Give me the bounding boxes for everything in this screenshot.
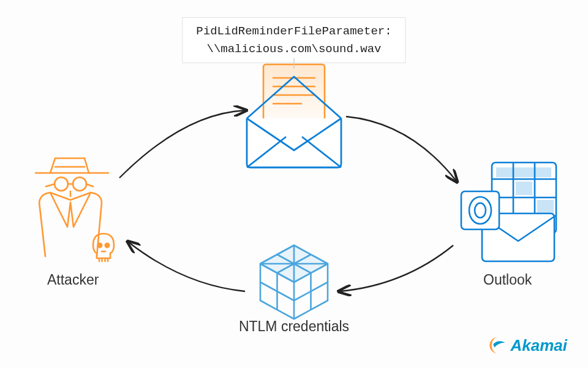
- diagram-canvas: [0, 0, 588, 368]
- ntlm-cube-icon: [260, 245, 328, 319]
- email-icon: [247, 64, 341, 167]
- outlook-label: Outlook: [483, 272, 532, 288]
- arrow-email-to-outlook: [346, 117, 456, 181]
- brand-logo: Akamai: [488, 335, 568, 356]
- arrow-outlook-to-ntlm: [340, 245, 453, 291]
- attacker-icon: [36, 158, 114, 261]
- ntlm-label: NTLM credentials: [239, 318, 349, 335]
- arrow-attacker-to-email: [119, 110, 245, 178]
- svg-rect-22: [537, 200, 554, 213]
- attacker-label: Attacker: [47, 272, 99, 288]
- svg-point-1: [73, 177, 86, 191]
- outlook-icon: [461, 163, 556, 261]
- svg-point-3: [98, 243, 102, 247]
- brand-name: Akamai: [511, 336, 568, 355]
- svg-rect-21: [516, 182, 532, 195]
- svg-point-0: [55, 177, 68, 191]
- svg-rect-15: [496, 167, 551, 177]
- akamai-wave-icon: [488, 335, 508, 356]
- arrow-ntlm-to-attacker: [129, 242, 245, 291]
- svg-point-4: [105, 243, 109, 247]
